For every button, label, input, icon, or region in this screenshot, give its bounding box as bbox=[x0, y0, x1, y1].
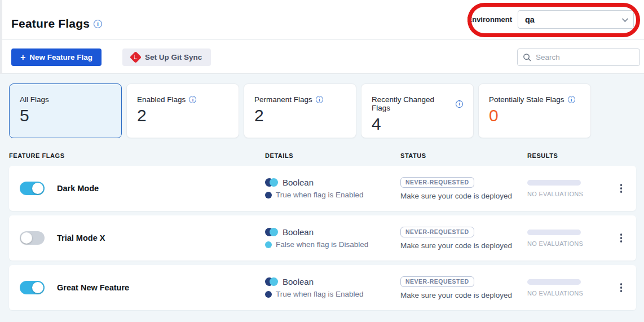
new-feature-flag-button[interactable]: + New Feature Flag bbox=[11, 48, 102, 66]
stat-cards: All Flags 5 Enabled Flags i 2 Permanent … bbox=[9, 83, 591, 138]
environment-label: Environment bbox=[467, 15, 512, 24]
results-placeholder-bar bbox=[527, 180, 581, 186]
table-row-great-new-feature[interactable]: Great New Feature Boolean True when flag… bbox=[9, 265, 636, 310]
main-content: All Flags 5 Enabled Flags i 2 Permanent … bbox=[0, 74, 644, 322]
status-badge: NEVER-REQUESTED bbox=[400, 227, 474, 237]
environment-selector-group: Environment qa bbox=[467, 10, 634, 29]
stat-value: 4 bbox=[372, 114, 463, 134]
git-icon bbox=[130, 51, 142, 63]
boolean-type-icon bbox=[265, 178, 278, 187]
stat-card-potentially-stale-flags[interactable]: Potentially Stale Flags i 0 bbox=[478, 83, 591, 138]
results-placeholder-bar bbox=[527, 230, 581, 235]
results-placeholder-bar bbox=[527, 279, 581, 285]
results-label: NO EVALUATIONS bbox=[527, 290, 606, 297]
stat-value: 5 bbox=[20, 106, 111, 125]
sidebar-edge bbox=[0, 0, 2, 74]
environment-dropdown[interactable]: qa bbox=[518, 10, 634, 29]
info-icon[interactable]: i bbox=[456, 100, 463, 108]
stat-value: 2 bbox=[254, 106, 346, 125]
column-header-feature-flags: FEATURE FLAGS bbox=[9, 152, 265, 159]
row-menu-kebab-icon[interactable] bbox=[617, 230, 626, 246]
status-message: Make sure your code is deployed bbox=[400, 241, 527, 250]
flag-toggle[interactable] bbox=[20, 281, 45, 294]
info-icon[interactable]: i bbox=[316, 96, 323, 103]
page-header: Feature Flags i Environment qa bbox=[2, 0, 644, 40]
search-icon bbox=[523, 53, 531, 61]
flag-rows: Dark Mode Boolean True when flag is Enab… bbox=[9, 166, 636, 315]
stat-card-all-flags[interactable]: All Flags 5 bbox=[9, 83, 122, 138]
flag-name[interactable]: Dark Mode bbox=[57, 184, 99, 193]
rule-dot-icon bbox=[265, 291, 272, 298]
git-sync-label: Set Up Git Sync bbox=[145, 53, 202, 61]
stat-label: Potentially Stale Flags bbox=[489, 95, 564, 104]
column-header-status: STATUS bbox=[400, 152, 527, 159]
table-row-dark-mode[interactable]: Dark Mode Boolean True when flag is Enab… bbox=[9, 166, 636, 211]
stat-label: Enabled Flags bbox=[137, 95, 186, 104]
environment-value: qa bbox=[525, 15, 535, 24]
rule-dot-icon bbox=[265, 241, 272, 248]
rule-dot-icon bbox=[265, 192, 272, 199]
table-row-trial-mode-x[interactable]: Trial Mode X Boolean False when flag is … bbox=[9, 215, 636, 261]
status-badge: NEVER-REQUESTED bbox=[400, 276, 474, 287]
toolbar: + New Feature Flag Set Up Git Sync bbox=[2, 41, 644, 74]
results-label: NO EVALUATIONS bbox=[527, 240, 606, 247]
plus-icon: + bbox=[20, 53, 25, 62]
flag-name[interactable]: Trial Mode X bbox=[57, 233, 105, 242]
value-type: Boolean bbox=[283, 277, 314, 286]
stat-value: 0 bbox=[489, 106, 580, 125]
row-menu-kebab-icon[interactable] bbox=[617, 180, 626, 196]
stat-label: Permanent Flags bbox=[254, 95, 312, 104]
status-badge: NEVER-REQUESTED bbox=[400, 177, 474, 188]
default-rule: True when flag is Enabled bbox=[276, 191, 364, 199]
column-header-results: RESULTS bbox=[527, 152, 606, 159]
info-icon[interactable]: i bbox=[568, 96, 575, 103]
boolean-type-icon bbox=[265, 228, 278, 236]
stat-value: 2 bbox=[137, 106, 228, 125]
boolean-type-icon bbox=[265, 277, 278, 286]
value-type: Boolean bbox=[283, 178, 314, 187]
status-message: Make sure your code is deployed bbox=[400, 291, 527, 299]
stat-card-permanent-flags[interactable]: Permanent Flags i 2 bbox=[244, 83, 356, 138]
info-icon[interactable]: i bbox=[189, 96, 196, 103]
chevron-down-icon bbox=[622, 15, 628, 21]
stat-card-enabled-flags[interactable]: Enabled Flags i 2 bbox=[126, 83, 239, 138]
table-header: FEATURE FLAGS DETAILS STATUS RESULTS bbox=[9, 152, 636, 159]
column-header-details: DETAILS bbox=[265, 152, 400, 159]
page-title: Feature Flags bbox=[11, 17, 90, 30]
status-message: Make sure your code is deployed bbox=[400, 192, 527, 200]
row-menu-kebab-icon[interactable] bbox=[617, 280, 626, 295]
results-label: NO EVALUATIONS bbox=[527, 191, 606, 197]
stat-label: Recently Changed Flags bbox=[372, 95, 452, 112]
default-rule: False when flag is Disabled bbox=[276, 240, 368, 249]
flag-name[interactable]: Great New Feature bbox=[57, 283, 129, 292]
flag-toggle[interactable] bbox=[20, 231, 45, 245]
stat-label: All Flags bbox=[20, 95, 49, 104]
value-type: Boolean bbox=[283, 227, 314, 237]
title-info-icon[interactable]: i bbox=[94, 20, 102, 28]
set-up-git-sync-button[interactable]: Set Up Git Sync bbox=[122, 48, 211, 66]
default-rule: True when flag is Enabled bbox=[276, 290, 364, 298]
flag-toggle[interactable] bbox=[20, 182, 45, 195]
stat-card-recently-changed-flags[interactable]: Recently Changed Flags i 4 bbox=[361, 83, 474, 138]
new-feature-flag-label: New Feature Flag bbox=[29, 53, 92, 61]
search-box bbox=[517, 48, 640, 66]
feature-flags-page: Feature Flags i Environment qa + New Fea… bbox=[0, 0, 644, 322]
search-input[interactable] bbox=[517, 48, 640, 66]
